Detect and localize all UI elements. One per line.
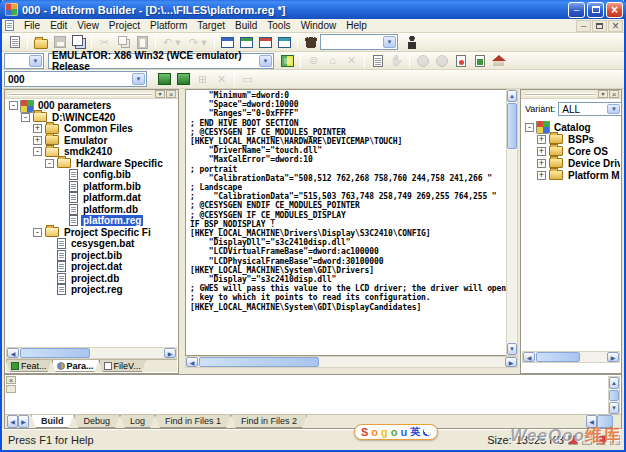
title-bar[interactable]: 000 - Platform Builder - [D:\...\FILES\p… (0, 0, 626, 19)
variant-combo[interactable]: ALL (558, 102, 622, 116)
tab-fileview[interactable]: FileV... (99, 360, 146, 372)
device-combo-arrow-icon[interactable] (29, 55, 42, 67)
collapse-icon[interactable] (33, 228, 42, 237)
scrollbar-thumb[interactable] (609, 390, 619, 401)
compile-button[interactable]: ⊜ (304, 52, 323, 69)
tab-build[interactable]: Build (31, 415, 74, 428)
tab-parameterview[interactable]: Para... (52, 360, 99, 372)
menu-platform[interactable]: Platform (145, 19, 192, 32)
copy-button[interactable] (114, 34, 133, 51)
stop-build-button[interactable]: ✕ (342, 52, 361, 69)
mdi-restore-button[interactable] (592, 20, 607, 32)
cut-button[interactable]: ✂ (95, 34, 114, 51)
build-log-button[interactable] (470, 52, 489, 69)
tree-item-platform-reg[interactable]: platform.reg (6, 215, 177, 227)
tree-item-device-drivers[interactable]: Device Drivers (522, 157, 620, 169)
paste-button[interactable] (133, 34, 152, 51)
tab-debug[interactable]: Debug (74, 415, 121, 428)
tree-item-platform-db[interactable]: platform.db (6, 204, 177, 216)
scrollbar-thumb[interactable] (507, 103, 517, 149)
find-combo-arrow-icon[interactable] (383, 36, 396, 48)
tab-find-in-files-2[interactable]: Find in Files 2 (231, 415, 307, 428)
expand-icon[interactable] (537, 147, 546, 156)
wizard-button[interactable] (402, 34, 421, 51)
menu-project[interactable]: Project (104, 19, 145, 32)
target-config-combo[interactable]: EMULATOR: X86 Win32 (WCE emulator) Relea… (48, 53, 274, 69)
scroll-up-icon[interactable] (609, 377, 619, 389)
scroll-down-icon[interactable] (609, 402, 619, 414)
scroll-up-icon[interactable] (507, 90, 517, 102)
maximize-button[interactable] (587, 2, 604, 18)
expand-icon[interactable] (537, 171, 546, 180)
output-gripper[interactable] (6, 385, 16, 393)
device-combo[interactable] (4, 53, 44, 69)
tree-item-project-dat[interactable]: project.dat (6, 261, 177, 273)
fullscreen-view-button[interactable] (275, 34, 294, 51)
undo-button[interactable]: ↶ ▾ (159, 34, 185, 51)
home-button[interactable] (489, 52, 508, 69)
scroll-right-icon[interactable] (607, 352, 619, 362)
editor-vertical-scrollbar[interactable] (506, 89, 518, 356)
minimize-button[interactable] (568, 2, 585, 18)
expand-icon[interactable] (537, 159, 546, 168)
scroll-left-icon[interactable] (186, 357, 198, 367)
scrollbar-thumb[interactable] (536, 352, 580, 362)
mdi-close-button[interactable] (608, 20, 623, 32)
tree-item-000-parameters[interactable]: 000 parameters (6, 100, 177, 112)
project-combo[interactable]: 000 (4, 71, 147, 87)
tree-item-wince420[interactable]: D:\WINCE420 (6, 112, 177, 124)
release-notes-button[interactable] (451, 52, 470, 69)
pane-close-icon[interactable] (166, 90, 176, 98)
output-view-button[interactable] (237, 34, 256, 51)
tree-item-project-specific-files[interactable]: Project Specific Fi (6, 227, 177, 239)
tree-item-smdk2410[interactable]: smdk2410 (6, 146, 177, 158)
editor-horizontal-scrollbar[interactable] (185, 356, 518, 368)
build-button[interactable]: ⌂ (323, 52, 342, 69)
sysgen-settings-button[interactable] (174, 71, 193, 88)
tree-item-config-bib[interactable]: config.bib (6, 169, 177, 181)
save-all-button[interactable] (69, 34, 88, 51)
variant-combo-arrow-icon[interactable] (607, 104, 620, 114)
tree-item-core-os[interactable]: Core OS (522, 145, 620, 157)
code-editor[interactable]: "Minimum"=dword:0 "Space"=dword:10000 "R… (185, 89, 506, 356)
save-button[interactable] (50, 34, 69, 51)
redo-button[interactable]: ↷ ▾ (185, 34, 211, 51)
document-icon[interactable] (5, 20, 14, 31)
expand-icon[interactable] (537, 135, 546, 144)
workspace-pane-gripper[interactable] (5, 90, 178, 99)
collapse-icon[interactable] (45, 159, 54, 168)
pane-close-icon[interactable] (609, 90, 619, 98)
scroll-left-icon[interactable] (7, 348, 19, 358)
exclude-item-button[interactable]: ✕ (212, 71, 231, 88)
collapse-icon[interactable] (525, 123, 534, 132)
close-button[interactable] (606, 2, 623, 18)
tree-item-catalog[interactable]: Catalog (522, 121, 620, 133)
pane-menu-icon[interactable] (155, 90, 165, 98)
find-combo[interactable] (320, 34, 398, 50)
output-close-icon[interactable] (6, 376, 16, 384)
menu-edit[interactable]: Edit (45, 19, 72, 32)
catalog-pane-gripper[interactable] (521, 90, 621, 99)
scrollbar-thumb[interactable] (20, 348, 90, 358)
tab-find-in-files-1[interactable]: Find in Files 1 (155, 415, 231, 428)
tree-item-emulator[interactable]: Emulator (6, 135, 177, 147)
find-in-files-button[interactable] (301, 34, 320, 51)
scroll-right-icon[interactable] (164, 348, 176, 358)
catalog-horizontal-scrollbar[interactable] (522, 351, 620, 363)
tree-item-platform-bib[interactable]: platform.bib (6, 181, 177, 193)
expand-icon[interactable] (33, 136, 42, 145)
settings-button[interactable]: ▭ (238, 71, 257, 88)
menu-target[interactable]: Target (192, 19, 230, 32)
menu-window[interactable]: Window (296, 19, 342, 32)
sogou-ime-bar[interactable]: Sogou 英 (354, 424, 438, 440)
tree-item-bsps[interactable]: BSPs (522, 133, 620, 145)
sysgen-button[interactable] (155, 71, 174, 88)
workspace-horizontal-scrollbar[interactable] (6, 347, 177, 359)
catalog-view-button[interactable] (256, 34, 275, 51)
target-combo-arrow-icon[interactable] (259, 55, 272, 67)
new-window-button[interactable] (368, 52, 387, 69)
insert-env-button[interactable]: ⊞ (193, 71, 212, 88)
tab-log[interactable]: Log (120, 415, 155, 428)
menu-tools[interactable]: Tools (262, 19, 295, 32)
collapse-icon[interactable] (9, 101, 18, 110)
